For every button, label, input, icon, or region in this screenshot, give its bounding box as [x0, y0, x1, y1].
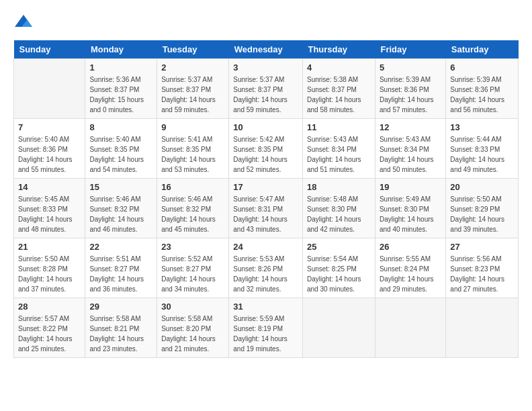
day-number: 25 [307, 242, 371, 252]
day-number: 1 [89, 62, 152, 73]
week-row-3: 14Sunrise: 5:45 AM Sunset: 8:33 PM Dayli… [14, 179, 519, 238]
day-cell [446, 298, 519, 358]
day-cell: 23Sunrise: 5:52 AM Sunset: 8:27 PM Dayli… [157, 238, 229, 298]
day-number: 29 [89, 302, 152, 312]
logo-icon [13, 13, 34, 34]
day-info: Sunrise: 5:47 AM Sunset: 8:31 PM Dayligh… [233, 194, 298, 234]
header-cell-tuesday: Tuesday [157, 40, 229, 59]
day-info: Sunrise: 5:55 AM Sunset: 8:24 PM Dayligh… [380, 254, 441, 294]
logo [13, 13, 36, 34]
day-cell: 3Sunrise: 5:37 AM Sunset: 8:37 PM Daylig… [229, 59, 303, 119]
header-row: SundayMondayTuesdayWednesdayThursdayFrid… [14, 40, 519, 59]
day-cell [14, 59, 85, 119]
day-cell: 5Sunrise: 5:39 AM Sunset: 8:36 PM Daylig… [375, 59, 445, 119]
day-cell: 18Sunrise: 5:48 AM Sunset: 8:30 PM Dayli… [302, 179, 375, 238]
week-row-5: 28Sunrise: 5:57 AM Sunset: 8:22 PM Dayli… [14, 298, 519, 358]
header-cell-sunday: Sunday [14, 40, 85, 59]
day-info: Sunrise: 5:44 AM Sunset: 8:33 PM Dayligh… [450, 134, 514, 175]
day-info: Sunrise: 5:57 AM Sunset: 8:22 PM Dayligh… [18, 314, 81, 354]
day-cell: 12Sunrise: 5:43 AM Sunset: 8:34 PM Dayli… [375, 119, 445, 179]
day-cell: 16Sunrise: 5:46 AM Sunset: 8:32 PM Dayli… [157, 179, 229, 238]
day-cell: 29Sunrise: 5:58 AM Sunset: 8:21 PM Dayli… [85, 298, 157, 358]
day-number: 10 [233, 122, 298, 132]
day-info: Sunrise: 5:46 AM Sunset: 8:32 PM Dayligh… [89, 194, 152, 234]
day-info: Sunrise: 5:45 AM Sunset: 8:33 PM Dayligh… [18, 194, 81, 234]
day-number: 28 [18, 302, 81, 312]
day-number: 24 [233, 242, 298, 252]
day-number: 13 [450, 122, 514, 132]
day-cell: 14Sunrise: 5:45 AM Sunset: 8:33 PM Dayli… [14, 179, 85, 238]
header-cell-wednesday: Wednesday [229, 40, 303, 59]
day-cell: 2Sunrise: 5:37 AM Sunset: 8:37 PM Daylig… [157, 59, 229, 119]
day-info: Sunrise: 5:48 AM Sunset: 8:30 PM Dayligh… [307, 194, 371, 234]
header-cell-monday: Monday [85, 40, 157, 59]
day-number: 7 [18, 122, 81, 132]
day-info: Sunrise: 5:53 AM Sunset: 8:26 PM Dayligh… [233, 254, 298, 294]
day-cell: 26Sunrise: 5:55 AM Sunset: 8:24 PM Dayli… [375, 238, 445, 298]
day-info: Sunrise: 5:51 AM Sunset: 8:27 PM Dayligh… [89, 254, 152, 294]
day-number: 3 [233, 62, 298, 73]
week-row-4: 21Sunrise: 5:50 AM Sunset: 8:28 PM Dayli… [14, 238, 519, 298]
day-number: 21 [18, 242, 81, 252]
day-info: Sunrise: 5:36 AM Sunset: 8:37 PM Dayligh… [89, 75, 152, 115]
day-info: Sunrise: 5:39 AM Sunset: 8:36 PM Dayligh… [450, 75, 514, 115]
day-cell [302, 298, 375, 358]
day-number: 27 [450, 242, 514, 252]
day-info: Sunrise: 5:52 AM Sunset: 8:27 PM Dayligh… [161, 254, 224, 294]
header-cell-friday: Friday [375, 40, 445, 59]
header-cell-saturday: Saturday [446, 40, 519, 59]
day-cell: 10Sunrise: 5:42 AM Sunset: 8:35 PM Dayli… [229, 119, 303, 179]
header-cell-thursday: Thursday [302, 40, 375, 59]
day-cell: 27Sunrise: 5:56 AM Sunset: 8:23 PM Dayli… [446, 238, 519, 298]
day-cell: 9Sunrise: 5:41 AM Sunset: 8:35 PM Daylig… [157, 119, 229, 179]
day-number: 5 [380, 62, 441, 73]
day-number: 20 [450, 182, 514, 192]
page-header [13, 13, 519, 34]
day-info: Sunrise: 5:43 AM Sunset: 8:34 PM Dayligh… [307, 134, 371, 175]
day-cell: 4Sunrise: 5:38 AM Sunset: 8:37 PM Daylig… [302, 59, 375, 119]
week-row-2: 7Sunrise: 5:40 AM Sunset: 8:36 PM Daylig… [14, 119, 519, 179]
day-number: 12 [380, 122, 441, 132]
day-info: Sunrise: 5:49 AM Sunset: 8:30 PM Dayligh… [380, 194, 441, 234]
day-number: 31 [233, 302, 298, 312]
day-cell: 15Sunrise: 5:46 AM Sunset: 8:32 PM Dayli… [85, 179, 157, 238]
day-info: Sunrise: 5:59 AM Sunset: 8:19 PM Dayligh… [233, 314, 298, 354]
day-info: Sunrise: 5:39 AM Sunset: 8:36 PM Dayligh… [380, 75, 441, 115]
day-number: 18 [307, 182, 371, 192]
day-info: Sunrise: 5:46 AM Sunset: 8:32 PM Dayligh… [161, 194, 224, 234]
day-number: 6 [450, 62, 514, 73]
day-number: 14 [18, 182, 81, 192]
day-cell: 30Sunrise: 5:58 AM Sunset: 8:20 PM Dayli… [157, 298, 229, 358]
day-cell: 21Sunrise: 5:50 AM Sunset: 8:28 PM Dayli… [14, 238, 85, 298]
day-cell: 11Sunrise: 5:43 AM Sunset: 8:34 PM Dayli… [302, 119, 375, 179]
day-cell: 20Sunrise: 5:50 AM Sunset: 8:29 PM Dayli… [446, 179, 519, 238]
day-info: Sunrise: 5:37 AM Sunset: 8:37 PM Dayligh… [233, 75, 298, 115]
day-number: 26 [380, 242, 441, 252]
day-cell [375, 298, 445, 358]
day-info: Sunrise: 5:58 AM Sunset: 8:21 PM Dayligh… [89, 314, 152, 354]
day-number: 23 [161, 242, 224, 252]
day-number: 4 [307, 62, 371, 73]
day-number: 8 [89, 122, 152, 132]
day-number: 16 [161, 182, 224, 192]
day-cell: 7Sunrise: 5:40 AM Sunset: 8:36 PM Daylig… [14, 119, 85, 179]
day-cell: 13Sunrise: 5:44 AM Sunset: 8:33 PM Dayli… [446, 119, 519, 179]
day-info: Sunrise: 5:50 AM Sunset: 8:28 PM Dayligh… [18, 254, 81, 294]
day-cell: 24Sunrise: 5:53 AM Sunset: 8:26 PM Dayli… [229, 238, 303, 298]
day-cell: 28Sunrise: 5:57 AM Sunset: 8:22 PM Dayli… [14, 298, 85, 358]
day-number: 19 [380, 182, 441, 192]
day-number: 17 [233, 182, 298, 192]
day-info: Sunrise: 5:41 AM Sunset: 8:35 PM Dayligh… [161, 134, 224, 175]
day-info: Sunrise: 5:42 AM Sunset: 8:35 PM Dayligh… [233, 134, 298, 175]
day-info: Sunrise: 5:54 AM Sunset: 8:25 PM Dayligh… [307, 254, 371, 294]
day-cell: 22Sunrise: 5:51 AM Sunset: 8:27 PM Dayli… [85, 238, 157, 298]
day-info: Sunrise: 5:50 AM Sunset: 8:29 PM Dayligh… [450, 194, 514, 234]
day-info: Sunrise: 5:37 AM Sunset: 8:37 PM Dayligh… [161, 75, 224, 115]
day-number: 11 [307, 122, 371, 132]
day-number: 2 [161, 62, 224, 73]
day-number: 30 [161, 302, 224, 312]
day-cell: 25Sunrise: 5:54 AM Sunset: 8:25 PM Dayli… [302, 238, 375, 298]
week-row-1: 1Sunrise: 5:36 AM Sunset: 8:37 PM Daylig… [14, 59, 519, 119]
day-info: Sunrise: 5:43 AM Sunset: 8:34 PM Dayligh… [380, 134, 441, 175]
day-info: Sunrise: 5:40 AM Sunset: 8:35 PM Dayligh… [89, 134, 152, 175]
